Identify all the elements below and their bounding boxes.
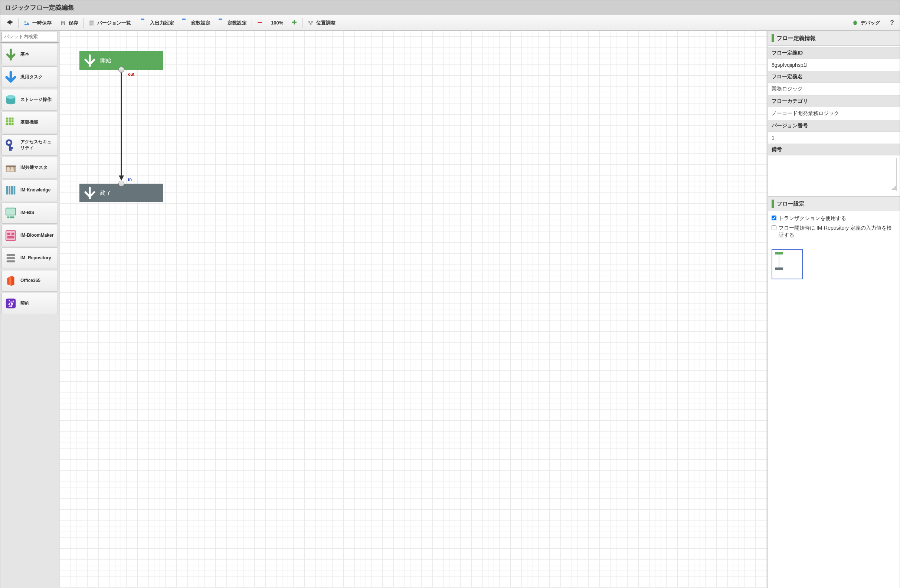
- palette-item-label: IM-BloomMaker: [20, 233, 53, 238]
- version-list-button[interactable]: バージョン一覧: [84, 17, 135, 29]
- back-arrow-icon: [6, 19, 13, 27]
- svg-rect-23: [9, 120, 11, 122]
- const-settings-label: 定数設定: [228, 20, 247, 26]
- save-button[interactable]: 保存: [56, 17, 82, 29]
- palette-item-label: IM-BIS: [20, 210, 34, 216]
- transaction-checkbox-row[interactable]: トランザクションを使用する: [771, 215, 896, 222]
- svg-rect-24: [11, 120, 14, 122]
- svg-rect-39: [9, 186, 10, 195]
- svg-rect-10: [294, 20, 295, 25]
- svg-rect-36: [7, 170, 10, 172]
- save-label: 保存: [69, 20, 78, 26]
- minus-icon: [257, 19, 263, 26]
- svg-rect-30: [9, 147, 12, 149]
- flow-name-value: 業務ロジック: [768, 83, 900, 95]
- palette-item-infra[interactable]: 基盤機能: [2, 111, 58, 133]
- im-common-master-icon: [4, 161, 17, 174]
- svg-rect-25: [6, 123, 8, 125]
- minimap[interactable]: [771, 249, 803, 279]
- version-value: 1: [768, 132, 900, 144]
- zoom-out-button[interactable]: [253, 17, 267, 29]
- contract-icon: [4, 297, 17, 310]
- palette-item-im-knowledge[interactable]: IM-Knowledge: [2, 179, 58, 201]
- help-icon: ?: [890, 19, 894, 27]
- reposition-icon: [307, 20, 314, 26]
- save-icon: [60, 20, 67, 26]
- transaction-checkbox[interactable]: [771, 215, 776, 220]
- help-button[interactable]: ?: [886, 17, 898, 29]
- svg-rect-48: [11, 233, 14, 235]
- svg-rect-31: [9, 149, 12, 151]
- validate-checkbox[interactable]: [771, 225, 776, 230]
- svg-rect-50: [7, 254, 15, 256]
- palette-item-generic-task[interactable]: 汎用タスク: [2, 67, 58, 88]
- debug-button[interactable]: デバッグ: [848, 17, 884, 29]
- reposition-button[interactable]: 位置調整: [303, 17, 340, 29]
- storage-icon: [4, 93, 17, 107]
- minimap-end-node: [775, 268, 783, 270]
- im-bis-icon: [4, 206, 17, 220]
- io-settings-button[interactable]: 入出力設定: [137, 17, 178, 29]
- svg-point-56: [89, 65, 91, 67]
- im-knowledge-icon: [4, 184, 17, 197]
- palette-item-storage[interactable]: ストレージ操作: [2, 89, 58, 111]
- title-bar: ロジックフロー定義編集: [0, 0, 900, 15]
- palette-item-label: 汎用タスク: [20, 74, 43, 80]
- palette-item-label: IM_Repository: [20, 255, 51, 261]
- svg-rect-19: [6, 118, 8, 120]
- palette-item-label: Office365: [20, 278, 40, 284]
- im-repository-icon: [4, 252, 17, 265]
- svg-rect-41: [14, 186, 16, 195]
- version-list-icon: [88, 20, 95, 26]
- palette-item-im-bloommaker[interactable]: IM-BloomMaker: [2, 225, 58, 246]
- start-node-out-port[interactable]: [118, 67, 124, 73]
- palette-item-access-security[interactable]: アクセスセキュリティ: [2, 134, 58, 156]
- bug-icon: [852, 20, 858, 26]
- const-settings-button[interactable]: 定数設定: [214, 17, 251, 29]
- notes-textarea[interactable]: [771, 158, 897, 191]
- properties-panel: フロー定義情報 フロー定義ID 8gspfvqiiphsp1l フロー定義名 業…: [768, 31, 900, 588]
- svg-rect-8: [258, 22, 262, 23]
- palette-item-label: IM-Knowledge: [20, 187, 50, 193]
- start-node[interactable]: 開始 out: [79, 51, 163, 70]
- palette-sidebar: 基本汎用タスクストレージ操作基盤機能アクセスセキュリティIM共通マスタIM-Kn…: [0, 31, 59, 588]
- end-node-label: 終了: [100, 190, 111, 197]
- temp-save-button[interactable]: 一時保存: [19, 17, 56, 29]
- im-bloommaker-icon: [4, 229, 17, 242]
- flow-info-header: フロー定義情報: [768, 31, 900, 46]
- back-button[interactable]: [2, 16, 17, 29]
- palette-item-office365[interactable]: Office365: [2, 270, 58, 292]
- version-list-label: バージョン一覧: [97, 20, 131, 26]
- var-settings-button[interactable]: 変数設定: [178, 17, 214, 29]
- io-settings-label: 入出力設定: [150, 20, 174, 26]
- palette-item-basic[interactable]: 基本: [2, 44, 58, 65]
- palette-search-input[interactable]: [2, 32, 58, 41]
- palette-item-im-bis[interactable]: IM-BIS: [2, 202, 58, 224]
- end-node[interactable]: 終了 in: [79, 184, 163, 202]
- svg-rect-3: [62, 23, 64, 25]
- svg-rect-12: [311, 21, 313, 22]
- palette-item-im-common-master[interactable]: IM共通マスタ: [2, 157, 58, 178]
- zoom-level[interactable]: 100%: [267, 18, 287, 28]
- zoom-in-button[interactable]: [287, 17, 301, 29]
- svg-point-57: [89, 197, 91, 199]
- svg-point-16: [10, 58, 12, 60]
- validate-checkbox-row[interactable]: フロー開始時に IM-Repository 定義の入力値を検証する: [771, 224, 896, 239]
- end-node-in-port[interactable]: [118, 181, 124, 187]
- svg-rect-20: [9, 118, 11, 120]
- palette-item-label: IM共通マスタ: [20, 165, 48, 171]
- svg-point-0: [24, 21, 26, 23]
- palette-item-label: 基本: [20, 51, 29, 57]
- palette-item-contract[interactable]: 契約: [2, 293, 58, 314]
- flow-category-label: フローカテゴリ: [768, 95, 900, 107]
- office365-icon: [4, 274, 17, 288]
- io-settings-icon: [141, 20, 148, 26]
- palette-item-label: 基盤機能: [20, 119, 38, 125]
- svg-rect-33: [6, 166, 16, 167]
- zoom-value: 100%: [271, 20, 283, 26]
- flow-canvas[interactable]: 開始 out 終了 in: [59, 31, 768, 588]
- palette-item-im-repository[interactable]: IM_Repository: [2, 248, 58, 269]
- flow-settings-header: フロー設定: [768, 196, 900, 211]
- notes-label: 備考: [768, 144, 900, 155]
- palette-list: 基本汎用タスクストレージ操作基盤機能アクセスセキュリティIM共通マスタIM-Kn…: [0, 43, 59, 588]
